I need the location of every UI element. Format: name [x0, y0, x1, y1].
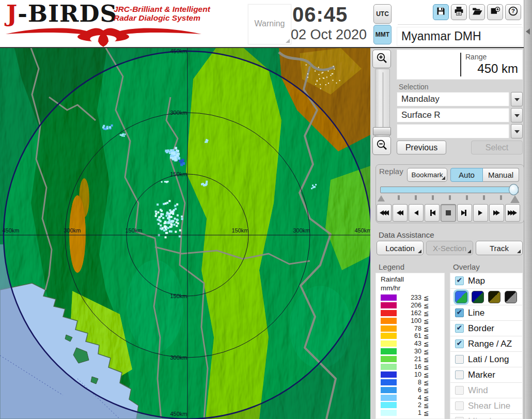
fast-forward-2-button[interactable]: [489, 204, 504, 222]
range-divider: [460, 53, 461, 76]
slider-tick: [449, 195, 451, 200]
checkbox[interactable]: [455, 324, 464, 333]
legend-value: 4: [399, 394, 421, 401]
checkbox[interactable]: [455, 370, 464, 379]
radar-map[interactable]: 150km150km150km150km300km300km300km300km…: [0, 48, 370, 419]
map-style-3[interactable]: [505, 291, 517, 303]
overlay-item-shear-line: Shear Line: [450, 398, 522, 414]
timezone-utc-button[interactable]: UTC: [373, 4, 392, 24]
add-image-button[interactable]: [487, 4, 503, 20]
checkbox[interactable]: [455, 339, 464, 348]
map-style-2[interactable]: [488, 291, 500, 303]
legend-operator: ≦: [424, 332, 429, 340]
legend-operator: ≦: [424, 409, 429, 417]
legend-value: 61: [399, 332, 421, 339]
print-button[interactable]: [451, 4, 467, 20]
legend-row: 4≦: [376, 394, 444, 402]
zoom-in-icon: [375, 52, 388, 66]
ring-label: 300km: [64, 227, 81, 234]
replay-progress-slider[interactable]: [380, 187, 519, 193]
ring-label: 150km: [125, 227, 142, 234]
range-display: Range 450 km: [397, 50, 523, 80]
ring-label: 150km: [231, 227, 248, 234]
range-value: 450 km: [477, 61, 518, 76]
fast-forward-3-button[interactable]: [505, 204, 520, 222]
location-button[interactable]: Location: [377, 241, 424, 255]
chevron-down-icon[interactable]: [511, 92, 523, 106]
legend-row: 21≦: [376, 355, 444, 363]
legend-color-swatch: [381, 371, 397, 378]
overlay-item-label: Line: [468, 308, 484, 318]
checkbox[interactable]: [455, 308, 464, 317]
resize-grip-icon[interactable]: [286, 39, 290, 43]
slider-tick: [500, 195, 502, 200]
stop-button[interactable]: [441, 204, 456, 222]
checkbox: [455, 417, 464, 419]
fast-rewind-2-button[interactable]: [393, 204, 408, 222]
previous-button[interactable]: Previous: [397, 141, 446, 154]
legend-row: 8≦: [376, 379, 444, 386]
panel-collapse-icon[interactable]: [526, 28, 530, 35]
slider-start-marker-icon[interactable]: [378, 195, 385, 201]
overlay-item-label: Microburst: [468, 416, 509, 419]
auto-mode-button[interactable]: Auto: [450, 168, 483, 182]
warning-panel[interactable]: Warning: [248, 4, 291, 44]
replay-slider-handle[interactable]: [509, 184, 519, 195]
open-folder-button[interactable]: [469, 4, 485, 20]
map-style-1[interactable]: [472, 291, 484, 303]
track-button[interactable]: Track: [476, 241, 523, 255]
save-button[interactable]: [433, 4, 449, 20]
legend-value: 16: [399, 363, 421, 370]
legend-operator: ≦: [424, 294, 429, 302]
ring-label: 150km: [170, 171, 187, 177]
bookmark-button[interactable]: Bookmark: [407, 168, 447, 182]
fast-rewind-3-button[interactable]: [377, 204, 392, 222]
step-back-button[interactable]: [425, 204, 440, 222]
chevron-down-icon[interactable]: [511, 108, 523, 122]
timezone-mmt-button[interactable]: MMT: [373, 25, 392, 44]
legend-color-swatch: [381, 379, 397, 385]
step-forward-button[interactable]: [457, 204, 472, 222]
legend-value: 100: [399, 317, 421, 324]
ring-label: 300km: [170, 354, 187, 361]
dropdown-value[interactable]: Surface R: [397, 108, 509, 122]
legend-value: 162: [399, 309, 421, 317]
dropdown-value[interactable]: [397, 124, 509, 138]
play-button[interactable]: [473, 204, 488, 222]
zoom-out-icon: [375, 138, 388, 153]
legend-row: 6≦: [376, 386, 444, 394]
range-label: Range: [465, 53, 487, 61]
checkbox[interactable]: [455, 355, 464, 364]
legend-operator: ≦: [424, 401, 429, 409]
slider-tick: [432, 195, 434, 200]
map-style-0[interactable]: [455, 291, 467, 303]
map-zoom-in-button[interactable]: [372, 50, 391, 68]
map-zoom-out-button[interactable]: [372, 136, 391, 155]
ring-label: 300km: [293, 227, 310, 234]
legend-operator: ≦: [424, 348, 429, 355]
stop-icon: [446, 210, 451, 215]
eagle-logo-icon: [4, 25, 203, 47]
legend-color-swatch: [381, 356, 397, 362]
dropdown-value[interactable]: Mandalay: [397, 92, 509, 106]
legend-row: 1≦: [376, 409, 444, 417]
map-zoom-slider-handle[interactable]: [373, 127, 391, 135]
legend-row: 43≦: [376, 340, 444, 348]
manual-mode-button[interactable]: Manual: [483, 168, 519, 182]
checkbox[interactable]: [455, 276, 464, 285]
legend-row: 78≦: [376, 325, 444, 333]
overlay-item-wind: Wind: [450, 383, 522, 398]
legend-color-swatch: [381, 410, 397, 416]
help-button[interactable]: ?: [505, 4, 521, 20]
selection-label: Selection: [399, 83, 429, 91]
warning-label: Warning: [248, 19, 291, 28]
slider-end-marker-icon[interactable]: [510, 195, 520, 203]
toolbar: ?: [433, 4, 521, 20]
timezone-toggle: UTCMMT: [373, 4, 392, 45]
map-style-swatches: [450, 289, 522, 305]
chevron-down-icon[interactable]: [511, 124, 523, 138]
panel-edge-strip[interactable]: [524, 0, 532, 419]
reverse-play-button[interactable]: [409, 204, 424, 222]
ring-label: 450km: [170, 411, 187, 417]
legend-row: 2≦: [376, 401, 444, 409]
